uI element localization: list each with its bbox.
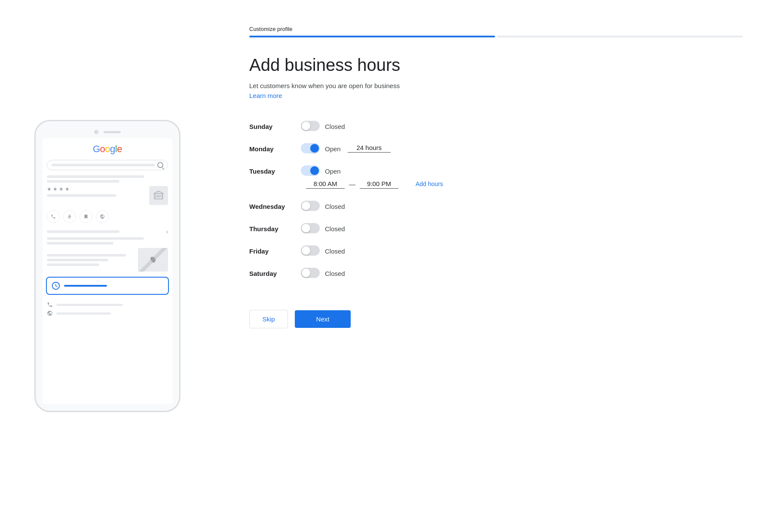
day-name-tuesday: Tuesday [249, 167, 301, 175]
phone-mockup: Google ★ [34, 120, 180, 412]
google-logo-mock: Google [47, 144, 168, 155]
day-status-tuesday: Open [325, 167, 341, 175]
clock-icon [51, 281, 61, 290]
toggle-tuesday[interactable] [301, 165, 320, 176]
day-name-monday: Monday [249, 144, 301, 153]
mock-line [47, 194, 116, 197]
mock-web-icon [96, 210, 109, 223]
star-3: ★ [59, 186, 64, 192]
mock-search-icon [157, 162, 163, 168]
day-row-wednesday: Wednesday Closed [249, 195, 743, 217]
mock-line [47, 230, 119, 233]
sunday-main-line: Sunday Closed [249, 121, 345, 131]
friday-main-line: Friday Closed [249, 245, 345, 256]
mock-phone-line [56, 304, 123, 306]
mock-card-row: ★ ★ ★ ★ [47, 186, 168, 205]
map-diagonal [138, 248, 168, 272]
mock-save-icon [80, 210, 92, 223]
day-row-monday: Monday Open 24 hours [249, 137, 743, 159]
footer-buttons: Skip Next [249, 310, 743, 328]
progress-bar-filled [249, 36, 495, 37]
day-status-monday: Open [325, 144, 341, 153]
day-status-thursday: Closed [325, 224, 345, 232]
tuesday-main-line: Tuesday Open [249, 165, 341, 176]
mock-store-icon [149, 186, 168, 205]
toggle-thumb-friday [302, 246, 310, 255]
monday-main-line: Monday Open 24 hours [249, 143, 391, 153]
page-title: Add business hours [249, 55, 743, 75]
right-panel: Customize profile Add business hours Let… [215, 0, 777, 532]
mock-map-row [47, 248, 168, 272]
store-svg [153, 190, 165, 202]
progress-bar [249, 36, 743, 37]
phone-camera [94, 130, 98, 134]
day-name-friday: Friday [249, 247, 301, 255]
phone-icon-mock [47, 302, 53, 308]
mock-map-thumbnail [138, 248, 168, 272]
toggle-saturday[interactable] [301, 268, 320, 278]
toggle-monday[interactable] [301, 143, 320, 153]
phone-bottom-web-item [47, 310, 168, 316]
add-hours-link-tuesday[interactable]: Add hours [416, 180, 443, 187]
mock-line [47, 254, 126, 257]
mock-result-lines-2: › [47, 228, 168, 245]
mock-line [47, 180, 119, 183]
day-status-sunday: Closed [325, 122, 345, 130]
mock-web-line [56, 312, 111, 315]
mock-stars-row: ★ ★ ★ ★ [47, 186, 146, 192]
phone-bottom-items [47, 300, 168, 318]
day-name-sunday: Sunday [249, 122, 301, 130]
mock-line [47, 175, 144, 178]
highlight-hours-line [64, 285, 107, 287]
mock-card-content: ★ ★ ★ ★ [47, 186, 146, 197]
mock-line [47, 259, 108, 261]
mock-call-icon [47, 210, 60, 223]
learn-more-link[interactable]: Learn more [249, 92, 743, 99]
day-status-saturday: Closed [325, 269, 345, 277]
mock-line [47, 237, 144, 240]
skip-button[interactable]: Skip [249, 310, 288, 328]
toggle-thumb-thursday [302, 224, 310, 232]
toggle-thumb-sunday [302, 122, 310, 130]
star-4: ★ [65, 186, 70, 192]
mock-result-lines-1 [47, 175, 168, 183]
tuesday-open-time[interactable] [306, 179, 345, 189]
mock-map-text [47, 248, 135, 272]
toggle-thursday[interactable] [301, 223, 320, 233]
next-button[interactable]: Next [295, 310, 351, 328]
phone-speaker [104, 131, 121, 133]
day-row-thursday: Thursday Closed [249, 217, 743, 239]
time-separator: — [349, 180, 355, 188]
day-name-saturday: Saturday [249, 269, 301, 277]
progress-label: Customize profile [249, 26, 743, 32]
day-status-wednesday: Closed [325, 202, 345, 210]
mock-directions-icon [63, 210, 76, 223]
toggle-thumb-saturday [302, 269, 310, 277]
mock-chevron-icon: › [166, 228, 168, 235]
description-text: Let customers know when you are open for… [249, 82, 743, 89]
mock-line [47, 263, 99, 266]
toggle-thumb-tuesday [310, 166, 319, 175]
mock-action-icons-row [47, 210, 168, 223]
page-container: Google ★ [0, 0, 777, 532]
thursday-main-line: Thursday Closed [249, 223, 345, 233]
left-panel: Google ★ [0, 0, 215, 532]
toggle-wednesday[interactable] [301, 201, 320, 211]
toggle-friday[interactable] [301, 245, 320, 256]
phone-top-bar [43, 130, 172, 134]
progress-section: Customize profile [249, 26, 743, 37]
monday-hours-display[interactable]: 24 hours [348, 144, 391, 153]
phone-bottom-phone-item [47, 302, 168, 308]
day-row-friday: Friday Closed [249, 239, 743, 262]
days-container: Sunday Closed Monday Open [249, 115, 743, 284]
toggle-sunday[interactable] [301, 121, 320, 131]
star-2: ★ [53, 186, 58, 192]
toggle-thumb-monday [310, 144, 319, 153]
day-row-sunday: Sunday Closed [249, 115, 743, 137]
tuesday-close-time[interactable] [360, 179, 398, 189]
day-row-saturday: Saturday Closed [249, 262, 743, 284]
phone-screen: Google ★ [43, 138, 172, 404]
saturday-main-line: Saturday Closed [249, 268, 345, 278]
star-1: ★ [47, 186, 52, 192]
mock-line [47, 242, 113, 245]
